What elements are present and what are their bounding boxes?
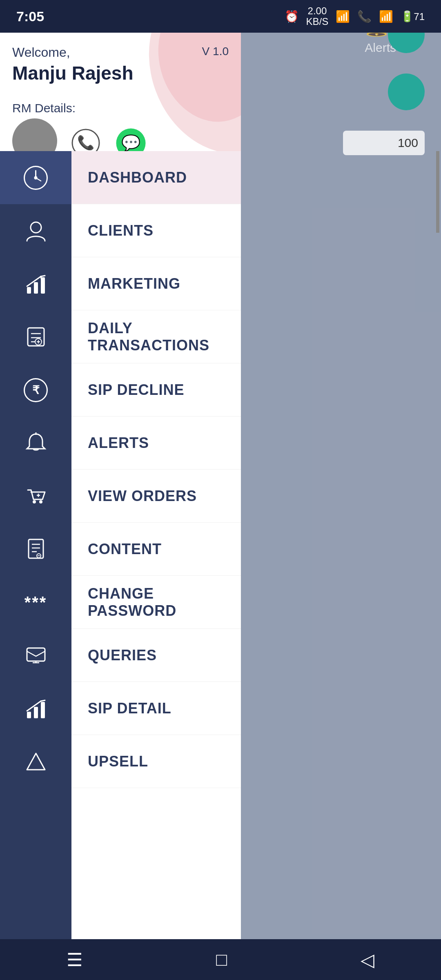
sidebar-icon-marketing[interactable] (0, 257, 71, 310)
svg-point-8 (31, 222, 41, 233)
alarm-icon: ⏰ (285, 10, 299, 23)
asterisks-icon: *** (24, 593, 47, 612)
rm-call-button[interactable]: 📞 (67, 125, 104, 151)
sidebar-icon-transactions[interactable] (0, 310, 71, 363)
status-time: 7:05 (16, 9, 44, 24)
nav-back-button[interactable]: ◁ (361, 949, 374, 970)
scrollbar-thumb[interactable] (436, 151, 439, 233)
drawer-overlay: Welcome, Manju Rajesh V 1.0 RM Details: … (0, 33, 441, 939)
menu-item-sip-detail[interactable]: SIP DETAIL (71, 682, 241, 735)
nav-home-button[interactable]: □ (216, 949, 227, 970)
svg-rect-9 (27, 287, 31, 294)
svg-text:📞: 📞 (77, 134, 95, 151)
menu-item-sip-decline[interactable]: SIP DECLINE (71, 363, 241, 416)
svg-point-23 (39, 500, 42, 503)
menu-item-content[interactable]: CONTENT (71, 523, 241, 576)
sidebar-icon-clients[interactable] (0, 204, 71, 257)
wifi-icon: 📶 (336, 10, 350, 23)
svg-rect-32 (27, 648, 45, 661)
call-icon: 📞 (357, 10, 372, 23)
menu-item-queries[interactable]: QUERIES (71, 629, 241, 682)
menu-item-view-orders[interactable]: VIEW ORDERS (71, 470, 241, 523)
version-text: V 1.0 (202, 45, 229, 58)
status-bar: 7:05 ⏰ 2.00KB/S 📶 📞 📶 🔋71 (0, 0, 441, 33)
drawer-header: Welcome, Manju Rajesh V 1.0 RM Details: … (0, 33, 241, 151)
status-icons: ⏰ 2.00KB/S 📶 📞 📶 🔋71 (285, 6, 425, 27)
menu-item-clients[interactable]: CLIENTS (71, 204, 241, 257)
signal-icon: 📶 (379, 10, 393, 23)
sidebar-icon-sip[interactable]: ₹ (0, 363, 71, 416)
menu-item-change-password[interactable]: CHANGE PASSWORD (71, 576, 241, 629)
svg-rect-37 (41, 702, 45, 718)
svg-text:💬: 💬 (121, 134, 141, 151)
bottom-nav: ☰ □ ◁ (0, 939, 441, 980)
battery-icon: 🔋71 (401, 10, 425, 23)
sidebar-icon-alerts[interactable] (0, 416, 71, 470)
svg-rect-35 (27, 712, 31, 718)
menu-item-dashboard[interactable]: DASHBOARD (71, 151, 241, 204)
sidebar-icon-queries[interactable] (0, 629, 71, 682)
menu-list: DASHBOARD CLIENTS MARKETING DAILY TRANSA… (71, 151, 241, 939)
svg-point-22 (33, 500, 36, 503)
welcome-text: Welcome, (12, 45, 134, 60)
sidebar-icon-dashboard[interactable] (0, 151, 71, 204)
speed-indicator: 2.00KB/S (306, 6, 329, 27)
phone-icon: 📞 (71, 129, 100, 151)
svg-rect-36 (34, 707, 38, 718)
menu-item-marketing[interactable]: MARKETING (71, 257, 241, 310)
sidebar-icon-orders[interactable] (0, 470, 71, 523)
svg-text:₹: ₹ (32, 384, 40, 396)
menu-item-daily-transactions[interactable]: DAILY TRANSACTIONS (71, 310, 241, 363)
sidebar-icon-password[interactable]: *** (0, 576, 71, 629)
svg-rect-10 (34, 282, 38, 294)
svg-point-7 (34, 176, 38, 179)
menu-item-alerts[interactable]: ALERTS (71, 416, 241, 470)
sidebar-icon-upsell[interactable] (0, 735, 71, 788)
sidebar-icon-sip-detail[interactable] (0, 682, 71, 735)
user-name: Manju Rajesh (12, 62, 134, 84)
sidebar-icon-content[interactable] (0, 523, 71, 576)
whatsapp-icon: 💬 (116, 128, 146, 151)
rm-whatsapp-button[interactable]: 💬 (112, 125, 149, 151)
nav-menu-button[interactable]: ☰ (67, 949, 82, 970)
menu-item-upsell[interactable]: UPSELL (71, 735, 241, 788)
sidebar-icons: ₹ (0, 151, 71, 939)
header-text-block: Welcome, Manju Rajesh (12, 45, 134, 84)
rm-details-label: RM Details: (12, 101, 76, 115)
